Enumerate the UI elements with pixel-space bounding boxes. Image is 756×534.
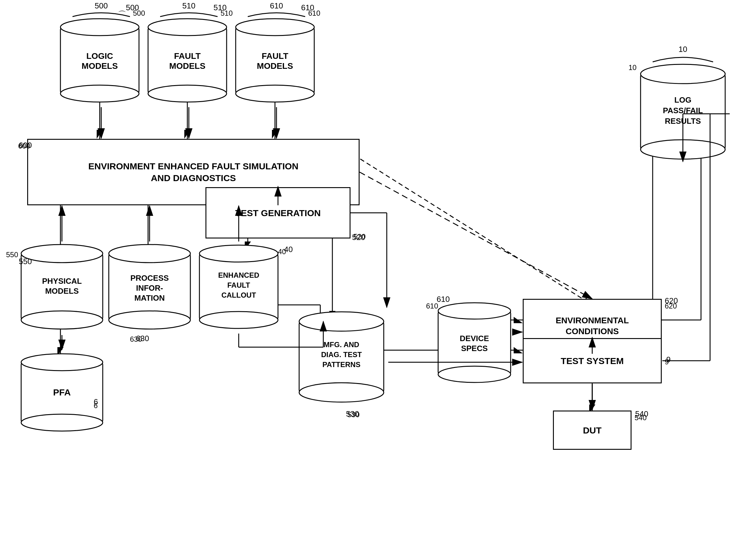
log-pass-fail-cylinder: LOG PASS/FAIL RESULTS — [637, 60, 728, 164]
dut-box: DUT — [553, 411, 632, 450]
svg-text:MODELS: MODELS — [257, 61, 293, 71]
svg-point-76 — [640, 140, 725, 159]
svg-point-71 — [438, 366, 511, 382]
svg-text:FAULT: FAULT — [174, 51, 201, 61]
svg-text:MODELS: MODELS — [45, 287, 79, 295]
svg-text:MATION: MATION — [134, 293, 165, 302]
svg-point-28 — [61, 19, 139, 36]
svg-text:PROCESS: PROCESS — [130, 273, 169, 283]
svg-text:MFG. AND: MFG. AND — [324, 341, 359, 349]
ref-10: 10 — [629, 64, 637, 72]
svg-text:510: 510 — [182, 1, 195, 10]
svg-point-49 — [109, 311, 190, 329]
test-generation-box: TEST GENERATION — [205, 187, 350, 239]
svg-point-39 — [236, 85, 314, 102]
ref-610-device: 610 — [426, 302, 438, 310]
svg-text:CALLOUT: CALLOUT — [222, 291, 256, 299]
svg-text:500: 500 — [94, 1, 108, 10]
ref-540: 540 — [634, 414, 647, 422]
ref-6: 6 — [94, 401, 97, 410]
svg-point-54 — [200, 245, 278, 262]
test-system-label: TEST SYSTEM — [561, 355, 624, 367]
svg-point-61 — [21, 414, 103, 431]
svg-text:DIAG. TEST: DIAG. TEST — [321, 350, 362, 359]
svg-text:RESULTS: RESULTS — [665, 116, 701, 126]
dut-label: DUT — [583, 424, 602, 436]
device-specs-cylinder: DEVICE SPECS — [435, 299, 514, 388]
ref-630: 630 — [130, 335, 142, 343]
svg-point-75 — [640, 64, 725, 84]
svg-text:PHYSICAL: PHYSICAL — [42, 276, 82, 286]
logic-models-cylinder: LOGIC MODELS 500 — [57, 15, 142, 104]
ref-9: 9 — [665, 358, 669, 366]
svg-text:MODELS: MODELS — [82, 61, 118, 71]
svg-point-48 — [109, 244, 190, 263]
svg-point-55 — [200, 312, 278, 328]
env-enhanced-label: ENVIRONMENT ENHANCED FAULT SIMULATION AN… — [88, 160, 299, 184]
svg-text:MODELS: MODELS — [169, 61, 205, 71]
svg-text:FAULT: FAULT — [262, 51, 288, 61]
svg-point-64 — [299, 312, 384, 331]
fault-models-610-cylinder: FAULT MODELS 610 — [233, 15, 317, 104]
svg-point-29 — [61, 85, 139, 102]
ref-620: 620 — [665, 302, 677, 310]
svg-text:DEVICE: DEVICE — [460, 334, 489, 343]
test-generation-label: TEST GENERATION — [235, 207, 321, 219]
ref-520: 520 — [354, 232, 365, 241]
pfa-cylinder: PFA — [18, 350, 106, 436]
label-500: 500 — [133, 9, 145, 17]
svg-point-38 — [236, 19, 314, 36]
svg-text:SPECS: SPECS — [461, 344, 488, 353]
brace-500: ⌒ — [118, 9, 126, 20]
svg-text:INFOR-: INFOR- — [136, 284, 163, 292]
svg-text:10: 10 — [679, 45, 688, 54]
svg-text:LOG: LOG — [674, 95, 691, 104]
svg-point-33 — [148, 19, 227, 36]
svg-text:610: 610 — [270, 1, 283, 10]
enhanced-fault-cylinder: ENHANCED FAULT CALLOUT — [196, 242, 281, 333]
svg-text:LOGIC: LOGIC — [86, 51, 113, 61]
svg-text:PFA: PFA — [53, 387, 71, 397]
svg-text:PATTERNS: PATTERNS — [322, 360, 361, 369]
svg-point-34 — [148, 85, 227, 102]
svg-point-43 — [21, 244, 103, 263]
svg-point-60 — [21, 354, 103, 371]
fault-models-510-cylinder: FAULT MODELS 510 — [145, 15, 230, 104]
env-conditions-label: ENVIRONMENTAL CONDITIONS — [556, 315, 629, 337]
diagram: LOGIC MODELS 500 FAULT MODELS 510 FAULT … — [0, 0, 756, 534]
svg-line-104 — [360, 172, 592, 299]
svg-point-70 — [438, 303, 511, 319]
test-system-box: TEST SYSTEM — [523, 338, 662, 383]
ref-600: 600 — [18, 142, 30, 150]
ref-530: 530 — [347, 411, 360, 419]
label-510b: 510 — [221, 9, 233, 17]
mfg-diag-cylinder: MFG. AND DIAG. TEST PATTERNS — [296, 308, 387, 406]
ref-550: 550 — [6, 250, 18, 259]
svg-point-44 — [21, 311, 103, 329]
svg-text:FAULT: FAULT — [227, 281, 250, 289]
ref-40: 40 — [278, 247, 286, 256]
physical-models-cylinder: PHYSICAL MODELS — [18, 242, 106, 333]
svg-text:PASS/FAIL: PASS/FAIL — [663, 106, 703, 115]
label-610b: 610 — [308, 9, 320, 17]
svg-text:ENHANCED: ENHANCED — [218, 271, 259, 279]
process-info-cylinder: PROCESS INFOR- MATION — [106, 242, 193, 333]
svg-line-24 — [347, 151, 592, 305]
svg-point-65 — [299, 383, 384, 402]
